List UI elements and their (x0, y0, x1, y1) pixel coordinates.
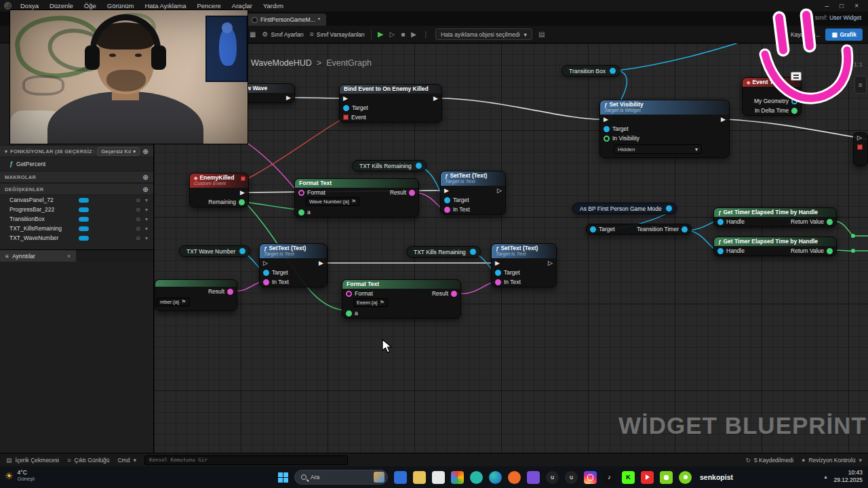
eject-button[interactable]: ▶ (411, 30, 416, 38)
variable-row-transitionbox[interactable]: TransitionBox⊙▾ (0, 214, 153, 224)
output-pin[interactable] (239, 248, 245, 254)
app-icon-kick[interactable]: K (622, 471, 635, 484)
format-pin[interactable] (298, 190, 304, 196)
menu-duzenle[interactable]: Düzenle (45, 1, 78, 10)
visibility-icon[interactable]: ⊙ (136, 216, 140, 222)
play-options-kebab-icon[interactable]: ⋮ (422, 30, 429, 38)
taskbar-search[interactable]: Ara (294, 470, 388, 485)
in-delta-time-pin[interactable] (791, 108, 797, 114)
exec-in-pin[interactable] (604, 117, 608, 123)
handle-pin[interactable] (717, 219, 724, 225)
breadcrumb-root[interactable]: WaveModeHUD (251, 58, 312, 68)
add-variable-button[interactable]: ⊕ (142, 186, 149, 193)
frame-skip-button[interactable]: ▷ (389, 30, 395, 38)
remaining-pin[interactable] (239, 199, 245, 205)
format-text-field[interactable]: Wave Number:{a} ⚑ (306, 197, 359, 206)
add-function-button[interactable]: ⊕ (142, 148, 149, 155)
app-icon-teal[interactable] (470, 471, 483, 484)
visibility-select[interactable]: Hidden ▾ (614, 144, 702, 154)
node-settext-right[interactable]: ƒSetText (Text) Target is Text Target In… (491, 243, 557, 287)
localization-flag-icon[interactable]: ⚑ (380, 300, 384, 306)
app-icon-settings[interactable] (394, 471, 407, 484)
variables-section-header[interactable]: DEĞİŞKENLER ⊕ (0, 183, 153, 195)
output-pin[interactable] (682, 226, 688, 232)
output-pin[interactable] (416, 163, 422, 169)
unsaved-button[interactable]: ↻5 Kaydedilmedi (745, 457, 793, 464)
menu-gorunum[interactable]: Görünüm (102, 1, 139, 10)
add-macro-button[interactable]: ⊕ (142, 174, 149, 181)
app-icon-instagram[interactable] (584, 471, 597, 484)
menu-yardim[interactable]: Yardım (258, 1, 288, 10)
exec-out-pin[interactable] (433, 96, 438, 102)
handle-pin[interactable] (717, 248, 724, 254)
node-enemy-killed[interactable]: ◆EnemyKilled Custom Event Remaining (189, 173, 249, 207)
node-format-text-clipped[interactable]: Result mber:{a} ⚑ (155, 279, 237, 311)
visibility-icon[interactable]: ⊙ (136, 197, 140, 203)
result-pin[interactable] (451, 291, 457, 297)
class-defaults-button[interactable]: ≡Sınıf Varsayılanları (310, 30, 365, 38)
in-text-pin[interactable] (444, 207, 450, 213)
app-icon-edge[interactable] (489, 471, 502, 484)
node-format-text-top[interactable]: Format Text Format Result Wave Number:{a… (294, 178, 419, 218)
node-set-visibility[interactable]: ƒSet Visibility Target is Widget Target … (599, 100, 730, 158)
graph-mode-button[interactable]: ▦ Grafik (825, 28, 863, 41)
localization-flag-icon[interactable]: ⚑ (351, 199, 356, 205)
in-visibility-pin[interactable] (604, 136, 610, 142)
node-bind-event[interactable]: Bind Event to On Enemy Killed Target Eve… (339, 84, 442, 123)
exec-out-pin[interactable] (319, 260, 323, 266)
format-text-field[interactable]: Eeem:{a} ⚑ (353, 298, 388, 307)
chevron-down-icon[interactable]: ▾ (145, 207, 148, 213)
debug-object-select[interactable]: Hata ayıklama objesi seçilmedi ▾ (435, 28, 532, 40)
output-log-button[interactable]: ≡Çıktı Günlüğü (67, 457, 109, 464)
delegate-pin[interactable] (857, 144, 863, 150)
function-item-getpercent[interactable]: ƒ GetPercent (0, 157, 153, 171)
variable-row-txt-killsremaining[interactable]: TXT_KillsRemaining⊙▾ (0, 224, 153, 233)
arg-a-pin[interactable] (298, 209, 304, 216)
visibility-icon[interactable]: ⊙ (136, 207, 140, 213)
node-event-tick[interactable]: ◆Event Tick My Geometry In Delta Time (742, 77, 802, 116)
visibility-icon[interactable]: ⊙ (136, 226, 140, 232)
functions-section-header[interactable]: ▾ FONKSİYONLAR (36 GEÇERSİZ KILIN Geçers… (0, 145, 153, 157)
menu-araclar[interactable]: Araçlar (227, 1, 257, 10)
exec-in-pin[interactable] (444, 188, 449, 194)
visibility-icon[interactable]: ⊙ (136, 235, 140, 241)
node-settext-top[interactable]: ƒSetText (Text) Target is Text Target In… (440, 171, 506, 215)
macros-section-header[interactable]: MAKROLAR ⊕ (0, 171, 153, 183)
revision-control-button[interactable]: ●Revizyon Kontrolü▾ (802, 457, 862, 464)
cmd-dropdown[interactable]: Cmd▾ (117, 457, 136, 464)
exec-out-pin[interactable] (721, 117, 726, 123)
chevron-down-icon[interactable]: ▾ (145, 235, 148, 241)
app-icon-u2[interactable]: u (565, 471, 578, 484)
wand-icon[interactable]: * (783, 30, 785, 38)
chevron-down-icon[interactable]: ▾ (145, 216, 148, 222)
output-pin[interactable] (470, 249, 476, 255)
target-pin[interactable] (590, 226, 596, 232)
app-icon-tiktok[interactable]: ♪ (603, 471, 616, 484)
app-icon-chrome[interactable] (451, 471, 464, 484)
app-icon-bell[interactable] (679, 471, 692, 484)
exec-out-pin[interactable] (240, 190, 245, 196)
tray-expand-icon[interactable]: ▴ (824, 474, 827, 480)
node-get-transition-timer[interactable]: Target Teansition Timer (586, 224, 692, 235)
pan-mode-label[interactable]: Kaydırmo... (791, 31, 820, 38)
browse-debug-icon[interactable]: ▤ (538, 30, 545, 38)
app-icon-u1[interactable]: u (546, 471, 559, 484)
class-settings-button[interactable]: ⚙Sınıf Ayarları (262, 30, 303, 38)
node-get-timer-elapsed-2[interactable]: ƒGet Timer Elapsed Time by Handle Handle… (713, 237, 837, 256)
delegate-output-pin[interactable] (241, 176, 245, 181)
details-tab[interactable]: ≡ Ayrıntılar × (0, 250, 76, 262)
localization-flag-icon[interactable]: ⚑ (181, 299, 186, 305)
exec-out-pin[interactable] (793, 89, 797, 95)
target-pin[interactable] (444, 197, 450, 203)
menu-pencere[interactable]: Pencere (192, 1, 225, 10)
console-input[interactable] (144, 455, 348, 465)
app-icon-light[interactable] (432, 471, 445, 484)
menu-oge[interactable]: Öğe (79, 1, 101, 10)
taskbar-clock[interactable]: 10:43 29.12.2025 (833, 469, 863, 485)
chevron-down-icon[interactable]: ▾ (145, 197, 148, 203)
exec-in-pin[interactable] (263, 260, 268, 266)
breadcrumb-current[interactable]: EventGraph (326, 58, 372, 68)
target-pin[interactable] (495, 270, 501, 276)
return-value-pin[interactable] (827, 248, 833, 254)
close-icon[interactable]: × (67, 253, 71, 260)
